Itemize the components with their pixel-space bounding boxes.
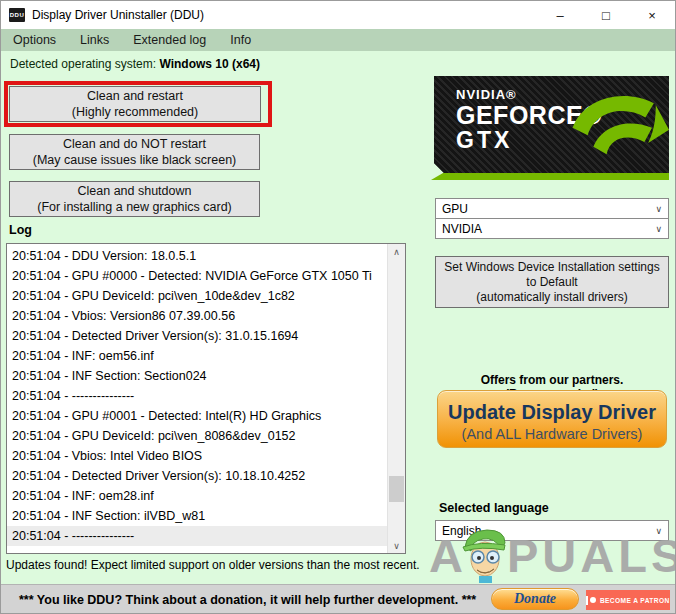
window-title: Display Driver Uninstaller (DDU) — [32, 8, 204, 22]
gpu-type-select[interactable]: GPU ∨ — [435, 198, 669, 219]
donation-message: *** You like DDU? Think about a donation… — [19, 593, 476, 607]
menu-links[interactable]: Links — [76, 31, 113, 49]
update-display-driver-button[interactable]: Update Display Driver (And ALL Hardware … — [437, 390, 667, 448]
menu-options[interactable]: Options — [9, 31, 60, 49]
log-line: 20:51:04 - --------------- — [7, 526, 388, 546]
ddu-window: DDU Display Driver Uninstaller (DDU) – □… — [0, 0, 676, 614]
clean-no-restart-line2: (May cause issues like black screen) — [33, 153, 237, 167]
scrollbar-thumb[interactable] — [389, 476, 404, 502]
chevron-down-icon: ∨ — [655, 224, 662, 234]
gpu-vendor-value: NVIDIA — [442, 222, 482, 236]
detected-os-value: Windows 10 (x64) — [159, 57, 260, 71]
patreon-icon — [586, 596, 596, 605]
log-line: 20:51:04 - INF Section: Section024 — [7, 366, 388, 386]
gpu-vendor-select[interactable]: NVIDIA ∨ — [435, 218, 669, 239]
language-value: English — [442, 524, 481, 538]
log-line: 20:51:04 - GPU DeviceId: pci\ven_8086&de… — [7, 426, 388, 446]
set-default-line2: to Default — [526, 275, 577, 289]
log-scrollbar[interactable]: ∧ ∨ — [387, 244, 405, 553]
menu-extended-log[interactable]: Extended log — [129, 31, 210, 49]
menu-info[interactable]: Info — [226, 31, 255, 49]
detected-os-label: Detected operating system: — [10, 57, 156, 71]
scroll-down-icon[interactable]: ∨ — [388, 538, 405, 553]
maximize-icon[interactable]: □ — [583, 1, 629, 29]
become-a-patron-button[interactable]: BECOME A PATRON — [586, 590, 670, 610]
log-box[interactable]: 20:51:04 - DDU Version: 18.0.5.120:51:04… — [6, 243, 406, 554]
donation-bar: *** You like DDU? Think about a donation… — [1, 584, 675, 614]
log-line: 20:51:04 - INF Section: ilVBD_w81 — [7, 506, 388, 526]
log-line: 20:51:04 - GPU #0000 - Detected: NVIDIA … — [7, 266, 388, 286]
nvidia-claw-icon — [565, 84, 669, 164]
log-lines: 20:51:04 - DDU Version: 18.0.5.120:51:04… — [7, 246, 388, 546]
title-bar: DDU Display Driver Uninstaller (DDU) – □… — [1, 1, 675, 29]
chevron-down-icon: ∨ — [655, 526, 662, 536]
set-default-line3: (automatically install drivers) — [476, 290, 627, 304]
set-windows-default-button[interactable]: Set Windows Device Installation settings… — [435, 256, 669, 308]
clean-no-restart-line1: Clean and do NOT restart — [63, 137, 206, 151]
log-line: 20:51:04 - Vbios: Intel Video BIOS — [7, 446, 388, 466]
log-line: 20:51:04 - INF: oem56.inf — [7, 346, 388, 366]
log-line: 20:51:04 - Detected Driver Version(s): 1… — [7, 466, 388, 486]
window-controls: – □ × — [537, 1, 675, 29]
highlight-annotation — [4, 81, 272, 127]
clean-and-shutdown-button[interactable]: Clean and shutdown (For installing a new… — [9, 181, 260, 217]
patreon-label: BECOME A PATRON — [600, 597, 670, 604]
log-line: 20:51:04 - GPU #0001 - Detected: Intel(R… — [7, 406, 388, 426]
log-line: 20:51:04 - INF: oem28.inf — [7, 486, 388, 506]
log-line: 20:51:04 - Detected Driver Version(s): 3… — [7, 326, 388, 346]
detected-os-line: Detected operating system: Windows 10 (x… — [10, 57, 260, 71]
menu-bar: Options Links Extended log Info — [1, 29, 675, 51]
clean-shutdown-line2: (For installing a new graphics card) — [37, 200, 232, 214]
log-line: 20:51:04 - Vbios: Version86 07.39.00.56 — [7, 306, 388, 326]
update-driver-line1: Update Display Driver — [438, 399, 666, 425]
language-select[interactable]: English ∨ — [435, 520, 669, 541]
donate-button[interactable]: Donate — [491, 588, 579, 610]
set-default-line1: Set Windows Device Installation settings — [444, 260, 659, 274]
update-driver-line2: (And ALL Hardware Drivers) — [438, 425, 666, 443]
log-line: 20:51:04 - --------------- — [7, 386, 388, 406]
chevron-down-icon: ∨ — [655, 204, 662, 214]
minimize-icon[interactable]: – — [537, 1, 583, 29]
nvidia-geforce-banner: NVIDIA® GEFORCE® GTX — [434, 76, 669, 173]
status-text: Updates found! Expect limited support on… — [6, 558, 420, 572]
log-line: 20:51:04 - DDU Version: 18.0.5.1 — [7, 246, 388, 266]
close-icon[interactable]: × — [629, 1, 675, 29]
clean-no-restart-button[interactable]: Clean and do NOT restart (May cause issu… — [9, 134, 260, 170]
app-icon: DDU — [9, 8, 25, 22]
log-line: 20:51:04 - GPU DeviceId: pci\ven_10de&de… — [7, 286, 388, 306]
gpu-type-value: GPU — [442, 202, 468, 216]
banner-green-strip — [431, 173, 669, 180]
log-label: Log — [9, 223, 32, 237]
clean-shutdown-line1: Clean and shutdown — [78, 184, 192, 198]
selected-language-label: Selected language — [439, 501, 549, 515]
scroll-up-icon[interactable]: ∧ — [388, 244, 405, 259]
